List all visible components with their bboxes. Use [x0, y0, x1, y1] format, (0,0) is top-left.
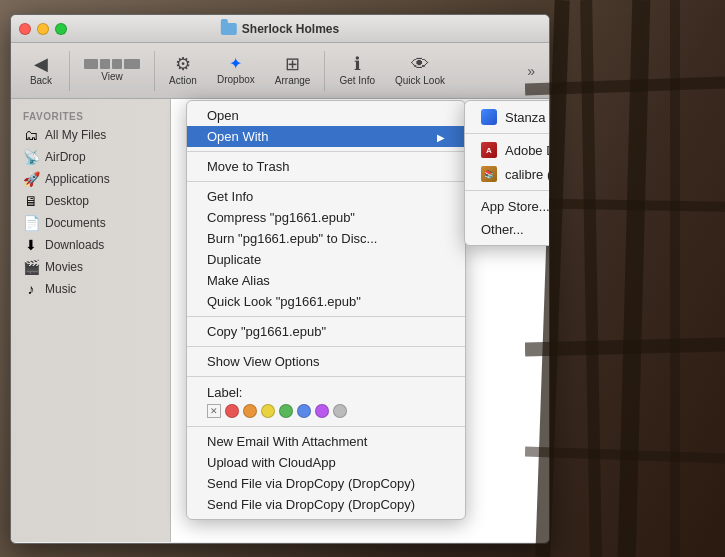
menu-separator-3 — [187, 316, 465, 317]
menu-separator-5 — [187, 376, 465, 377]
label-orange[interactable] — [243, 404, 257, 418]
all-my-files-icon: 🗂 — [23, 127, 39, 143]
submenu-item-calibre[interactable]: 📚 calibre (0.8.33) — [465, 162, 550, 186]
arrange-button[interactable]: ⊞ Arrange — [267, 53, 319, 88]
sidebar-section-favorites: FAVORITES — [11, 107, 170, 124]
menu-separator-1 — [187, 151, 465, 152]
action-button[interactable]: ⚙ Action — [161, 53, 205, 88]
view-icon-group — [84, 59, 140, 69]
traffic-lights — [19, 23, 67, 35]
toolbar-divider-2 — [154, 51, 155, 91]
menu-item-send-dropcopy-1[interactable]: Send File via DropCopy (DropCopy) — [187, 473, 465, 494]
dropbox-icon: ✦ — [229, 56, 242, 72]
sidebar-item-airdrop[interactable]: 📡 AirDrop — [11, 146, 170, 168]
toolbar-divider-3 — [324, 51, 325, 91]
menu-item-upload-cloudapp[interactable]: Upload with CloudApp — [187, 452, 465, 473]
menu-item-open-with[interactable]: Open With — [187, 126, 465, 147]
sidebar-item-music[interactable]: ♪ Music — [11, 278, 170, 300]
applications-icon: 🚀 — [23, 171, 39, 187]
adobe-icon: A — [481, 142, 497, 158]
sidebar-item-downloads[interactable]: ⬇ Downloads — [11, 234, 170, 256]
movies-icon: 🎬 — [23, 259, 39, 275]
submenu-item-other[interactable]: Other... — [465, 218, 550, 241]
folder-icon — [221, 23, 237, 35]
arrange-label: Arrange — [275, 75, 311, 86]
sidebar-item-label-music: Music — [45, 282, 76, 296]
sidebar-item-all-my-files[interactable]: 🗂 All My Files — [11, 124, 170, 146]
label-colors-row: ✕ — [187, 402, 465, 422]
label-green[interactable] — [279, 404, 293, 418]
submenu-item-stanza[interactable]: Stanza (default) () — [465, 105, 550, 129]
sidebar: FAVORITES 🗂 All My Files 📡 AirDrop 🚀 App… — [11, 99, 171, 542]
menu-item-move-to-trash[interactable]: Move to Trash — [187, 156, 465, 177]
menu-item-send-dropcopy-2[interactable]: Send File via DropCopy (DropCopy) — [187, 494, 465, 515]
finder-window: Sherlock Holmes ◀ Back View ⚙ Action ✦ D… — [10, 14, 550, 544]
calibre-icon: 📚 — [481, 166, 497, 182]
label-none[interactable]: ✕ — [207, 404, 221, 418]
back-label: Back — [30, 75, 52, 86]
label-purple[interactable] — [315, 404, 329, 418]
view-icon-column — [112, 59, 122, 69]
menu-item-new-email[interactable]: New Email With Attachment — [187, 431, 465, 452]
sidebar-item-applications[interactable]: 🚀 Applications — [11, 168, 170, 190]
label-red[interactable] — [225, 404, 239, 418]
view-icon-flow — [124, 59, 140, 69]
get-info-icon: ℹ — [354, 55, 361, 73]
menu-item-burn[interactable]: Burn "pg1661.epub" to Disc... — [187, 228, 465, 249]
menu-item-duplicate[interactable]: Duplicate — [187, 249, 465, 270]
menu-item-get-info[interactable]: Get Info — [187, 186, 465, 207]
action-icon: ⚙ — [175, 55, 191, 73]
open-with-arrow — [429, 129, 445, 144]
arrange-icon: ⊞ — [285, 55, 300, 73]
menu-item-show-view-options[interactable]: Show View Options — [187, 351, 465, 372]
menu-label-header: Label: — [187, 381, 465, 402]
sidebar-item-label-documents: Documents — [45, 216, 106, 230]
sidebar-item-label-downloads: Downloads — [45, 238, 104, 252]
window-title: Sherlock Holmes — [221, 22, 339, 36]
get-info-button[interactable]: ℹ Get Info — [331, 53, 383, 88]
menu-item-compress[interactable]: Compress "pg1661.epub" — [187, 207, 465, 228]
sidebar-item-label-movies: Movies — [45, 260, 83, 274]
label-blue[interactable] — [297, 404, 311, 418]
view-label: View — [101, 71, 123, 82]
dropbox-button[interactable]: ✦ Dropbox — [209, 54, 263, 87]
documents-icon: 📄 — [23, 215, 39, 231]
menu-item-make-alias[interactable]: Make Alias — [187, 270, 465, 291]
toolbar: ◀ Back View ⚙ Action ✦ Dropbox ⊞ Arrange — [11, 43, 549, 99]
context-menu: Open Open With Move to Trash Get Info Co… — [186, 100, 466, 520]
quick-look-button[interactable]: 👁 Quick Look — [387, 53, 453, 88]
quick-look-label: Quick Look — [395, 75, 445, 86]
quick-look-icon: 👁 — [411, 55, 429, 73]
back-icon: ◀ — [34, 55, 48, 73]
sidebar-item-desktop[interactable]: 🖥 Desktop — [11, 190, 170, 212]
view-icon-grid — [84, 59, 98, 69]
desktop-icon: 🖥 — [23, 193, 39, 209]
sidebar-item-label-airdrop: AirDrop — [45, 150, 86, 164]
view-icon-list — [100, 59, 110, 69]
sidebar-item-label-desktop: Desktop — [45, 194, 89, 208]
label-gray[interactable] — [333, 404, 347, 418]
action-label: Action — [169, 75, 197, 86]
menu-separator-6 — [187, 426, 465, 427]
sidebar-item-label-applications: Applications — [45, 172, 110, 186]
minimize-button[interactable] — [37, 23, 49, 35]
get-info-label: Get Info — [339, 75, 375, 86]
submenu-item-adobe[interactable]: A Adobe Digital Editions — [465, 138, 550, 162]
menu-item-copy[interactable]: Copy "pg1661.epub" — [187, 321, 465, 342]
menu-item-open[interactable]: Open — [187, 105, 465, 126]
toolbar-divider-1 — [69, 51, 70, 91]
menu-separator-4 — [187, 346, 465, 347]
submenu-item-app-store[interactable]: App Store... — [465, 195, 550, 218]
music-icon: ♪ — [23, 281, 39, 297]
maximize-button[interactable] — [55, 23, 67, 35]
view-button[interactable]: View — [76, 57, 148, 84]
close-button[interactable] — [19, 23, 31, 35]
back-button[interactable]: ◀ Back — [19, 53, 63, 88]
sidebar-item-label-all-my-files: All My Files — [45, 128, 106, 142]
submenu-separator-2 — [465, 190, 550, 191]
menu-item-quick-look[interactable]: Quick Look "pg1661.epub" — [187, 291, 465, 312]
submenu-separator-1 — [465, 133, 550, 134]
sidebar-item-documents[interactable]: 📄 Documents — [11, 212, 170, 234]
label-yellow[interactable] — [261, 404, 275, 418]
sidebar-item-movies[interactable]: 🎬 Movies — [11, 256, 170, 278]
